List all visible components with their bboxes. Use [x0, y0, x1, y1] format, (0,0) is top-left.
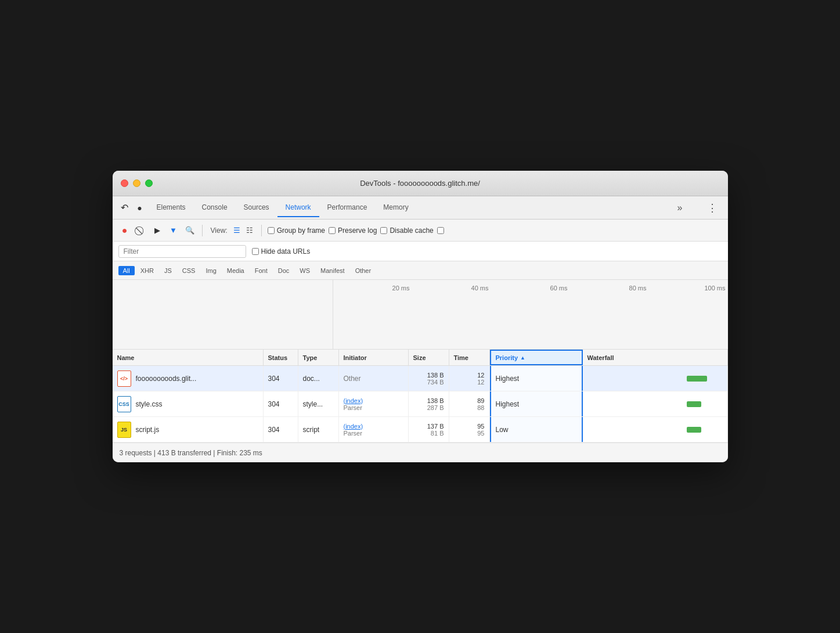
device-icon[interactable]: ● [134, 202, 146, 214]
disable-cache-checkbox[interactable] [380, 227, 387, 234]
initiator-sub: Parser [344, 430, 362, 437]
search-icon[interactable]: 🔍 [183, 224, 196, 237]
filter-btn-font[interactable]: Font [250, 266, 272, 275]
filter-btn-media[interactable]: Media [222, 266, 249, 275]
td-priority: Highest [490, 366, 583, 391]
timeline-marker: 60 ms [491, 285, 570, 292]
td-time: 1212 [449, 366, 490, 391]
th-priority[interactable]: Priority ▲ [490, 350, 583, 365]
record-button[interactable]: ● [118, 224, 131, 237]
menu-button[interactable]: ⋮ [702, 199, 722, 217]
td-size: 138 B734 B [409, 366, 449, 391]
th-size[interactable]: Size [409, 350, 449, 365]
filter-btn-ws[interactable]: WS [295, 266, 315, 275]
td-name: JSscript.js [113, 417, 264, 442]
tab-performance[interactable]: Performance [319, 199, 376, 217]
tab-console[interactable]: Console [194, 199, 236, 217]
td-type: script [298, 417, 339, 442]
extra-checkbox[interactable] [437, 227, 444, 234]
traffic-lights [121, 179, 153, 187]
tabs: Elements Console Sources Network Perform… [149, 199, 672, 217]
devtools-window: DevTools - fooooooooods.glitch.me/ ↶ ● E… [113, 171, 728, 462]
group-by-frame-label[interactable]: Group by frame [268, 226, 325, 235]
timeline-marker: 20 ms [333, 285, 412, 292]
filter-btn-img[interactable]: Img [201, 266, 221, 275]
minimize-button[interactable] [133, 179, 140, 187]
hide-data-urls-label[interactable]: Hide data URLs [252, 247, 311, 256]
timeline-header: 20 ms40 ms60 ms80 ms100 ms [113, 280, 728, 350]
td-time: 9595 [449, 417, 490, 442]
th-type[interactable]: Type [298, 350, 339, 365]
file-name: fooooooooods.glit... [136, 375, 197, 383]
preserve-log-checkbox[interactable] [329, 227, 336, 234]
filter-btn-doc[interactable]: Doc [273, 266, 294, 275]
table-row[interactable]: </>fooooooooods.glit...304doc...Other138… [113, 366, 728, 391]
th-initiator[interactable]: Initiator [339, 350, 409, 365]
td-size: 138 B287 B [409, 391, 449, 416]
more-tabs-button[interactable]: » [674, 200, 686, 215]
cursor-icon[interactable]: ↶ [118, 202, 131, 214]
td-waterfall [583, 366, 728, 391]
tab-elements[interactable]: Elements [149, 199, 194, 217]
timeline-marker: 100 ms [649, 285, 728, 292]
th-time[interactable]: Time [449, 350, 490, 365]
filter-btn-all[interactable]: All [118, 266, 135, 275]
table-row[interactable]: JSscript.js304script(index)Parser137 B81… [113, 417, 728, 443]
th-status[interactable]: Status [264, 350, 298, 365]
filter-input[interactable] [118, 245, 246, 258]
tab-sources[interactable]: Sources [236, 199, 277, 217]
table-header: Name Status Type Initiator Size Time Pri… [113, 350, 728, 366]
tab-network[interactable]: Network [277, 199, 319, 217]
table-body: </>fooooooooods.glit...304doc...Other138… [113, 366, 728, 443]
td-size: 137 B81 B [409, 417, 449, 442]
divider2 [261, 225, 262, 236]
filter-btn-xhr[interactable]: XHR [136, 266, 158, 275]
network-toolbar: ● ⃠ ▶ ▼ 🔍 View: ☰ ☷ Group by frame Prese… [113, 220, 728, 242]
td-type: style... [298, 391, 339, 416]
filter-btn-manifest[interactable]: Manifest [316, 266, 349, 275]
filter-btn-css[interactable]: CSS [178, 266, 200, 275]
disable-cache-label[interactable]: Disable cache [380, 226, 433, 235]
css-file-icon: CSS [117, 396, 131, 412]
th-waterfall[interactable]: Waterfall [583, 350, 728, 365]
js-file-icon: JS [117, 422, 131, 438]
filter-type-buttons: AllXHRJSCSSImgMediaFontDocWSManifestOthe… [118, 266, 376, 275]
html-file-icon: </> [117, 371, 131, 387]
list-view-icon[interactable]: ☰ [231, 225, 243, 236]
extra-checkbox-label[interactable] [437, 227, 444, 234]
td-status: 304 [264, 366, 298, 391]
table-row[interactable]: CSSstyle.css304style...(index)Parser138 … [113, 391, 728, 417]
divider [202, 225, 203, 236]
td-initiator: Other [339, 366, 409, 391]
filter-btn-other[interactable]: Other [351, 266, 376, 275]
group-by-frame-checkbox[interactable] [268, 227, 275, 234]
initiator-link[interactable]: (index) [344, 397, 363, 404]
filter-btn-js[interactable]: JS [160, 266, 176, 275]
th-name[interactable]: Name [113, 350, 264, 365]
camera-icon[interactable]: ▶ [151, 224, 164, 237]
td-name: CSSstyle.css [113, 391, 264, 416]
title-bar: DevTools - fooooooooods.glitch.me/ [113, 171, 728, 196]
close-button[interactable] [121, 179, 128, 187]
window-title: DevTools - fooooooooods.glitch.me/ [360, 179, 480, 188]
stop-recording-button[interactable]: ⃠ [135, 224, 147, 237]
file-name: script.js [136, 426, 160, 434]
tab-memory[interactable]: Memory [375, 199, 416, 217]
td-time: 8988 [449, 391, 490, 416]
hide-data-urls-checkbox[interactable] [252, 248, 259, 255]
td-type: doc... [298, 366, 339, 391]
filter-icon[interactable]: ▼ [167, 224, 180, 237]
maximize-button[interactable] [145, 179, 153, 187]
td-name: </>fooooooooods.glit... [113, 366, 264, 391]
tab-bar: ↶ ● Elements Console Sources Network Per… [113, 196, 728, 220]
view-label: View: [211, 226, 228, 235]
preserve-log-label[interactable]: Preserve log [329, 226, 377, 235]
td-priority: Highest [490, 391, 583, 416]
waterfall-bar [687, 401, 701, 407]
grid-view-icon[interactable]: ☷ [244, 225, 255, 236]
sort-arrow-icon: ▲ [520, 355, 525, 361]
initiator-link[interactable]: (index) [344, 423, 363, 430]
td-status: 304 [264, 417, 298, 442]
timeline-marker: 80 ms [570, 285, 649, 292]
timeline-marker: 40 ms [412, 285, 491, 292]
